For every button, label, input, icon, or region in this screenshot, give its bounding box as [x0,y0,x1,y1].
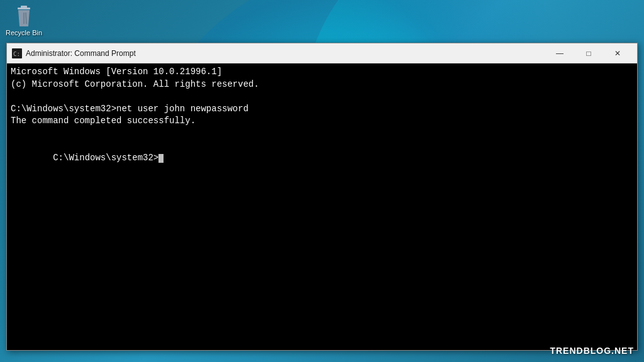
title-bar-controls: — □ ✕ [545,43,632,63]
cmd-line-2: (c) Microsoft Corporation. All rights re… [11,79,633,91]
cmd-content-area[interactable]: Microsoft Windows [Version 10.0.21996.1]… [7,63,637,350]
svg-text:C:: C: [13,51,20,57]
title-bar: C: Administrator: Command Prompt — □ ✕ [7,43,637,63]
cmd-window: C: Administrator: Command Prompt — □ ✕ M… [6,43,638,351]
cmd-line-6 [11,128,633,140]
cmd-line-7: C:\Windows\system32> [11,140,633,177]
svg-line-4 [26,13,26,24]
cmd-line-4: C:\Windows\system32>net user john newpas… [11,103,633,116]
watermark: TRENDBLOG.NET [550,346,634,356]
desktop: Recycle Bin C: Administrator: Command Pr… [0,0,644,362]
cmd-icon-svg: C: [12,48,22,58]
title-bar-title: Administrator: Command Prompt [26,49,545,58]
cmd-line-1: Microsoft Windows [Version 10.0.21996.1] [11,66,633,79]
cmd-line-5: The command completed successfully. [11,115,633,128]
recycle-bin-icon[interactable]: Recycle Bin [5,5,43,37]
cmd-line-3 [11,90,633,103]
cursor-blink [158,154,164,163]
close-button[interactable]: ✕ [603,43,632,63]
maximize-button[interactable]: □ [574,43,603,63]
svg-rect-1 [21,6,27,8]
recycle-bin-svg [14,5,34,28]
minimize-button[interactable]: — [545,43,574,63]
cmd-window-icon: C: [12,48,22,58]
recycle-bin-label: Recycle Bin [6,29,42,37]
